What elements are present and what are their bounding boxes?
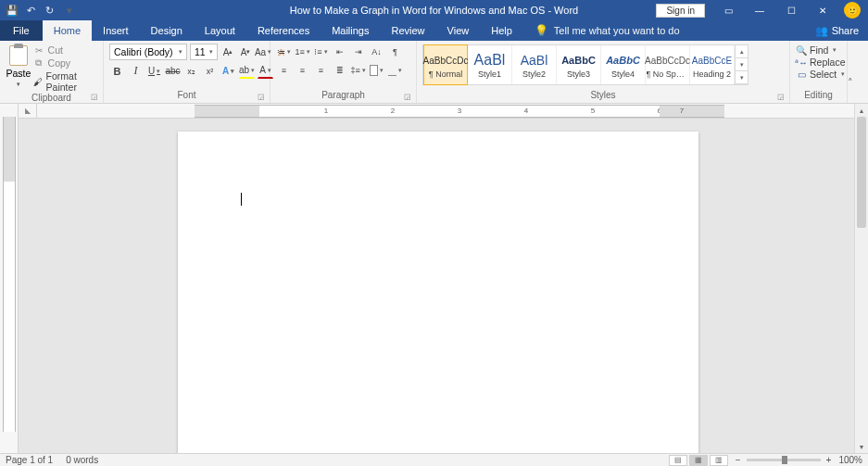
tab-home[interactable]: Home [43,20,92,41]
align-right-button[interactable]: ≡ [313,62,329,78]
tab-view[interactable]: View [436,20,481,41]
show-marks-button[interactable]: ¶ [387,44,403,59]
tab-design[interactable]: Design [140,20,194,41]
feedback-face-icon[interactable]: 🙂 [844,2,861,19]
copy-icon: ⧉ [33,57,44,69]
scroll-thumb[interactable] [857,117,866,228]
tab-review[interactable]: Review [381,20,436,41]
tab-mailings[interactable]: Mailings [321,20,380,41]
italic-button[interactable]: I [128,63,144,79]
change-case-button[interactable]: Aa▾ [256,44,270,59]
tab-help[interactable]: Help [480,20,523,41]
redo-icon[interactable]: ↻ [43,4,56,17]
line-spacing-button[interactable]: ‡≡▾ [350,62,366,78]
vertical-ruler [0,104,19,453]
share-button[interactable]: 👥 Share [815,20,868,41]
align-left-button[interactable]: ≡ [276,62,292,78]
increase-indent-button[interactable]: ⇥ [350,44,366,59]
clipboard-icon [9,45,28,66]
multilevel-list-button[interactable]: ⁝≡▾ [313,44,329,59]
web-layout-button[interactable]: ▥ [710,455,728,466]
highlight-button[interactable]: ab▾ [239,63,255,79]
sign-in-button[interactable]: Sign in [656,4,705,18]
style-normal[interactable]: AaBbCcDc ¶ Normal [423,44,468,85]
undo-icon[interactable]: ↶ [24,4,37,17]
strikethrough-button[interactable]: abc [165,63,181,79]
gallery-up-icon[interactable]: ▴ [736,45,748,58]
underline-button[interactable]: U▾ [146,63,162,79]
word-count[interactable]: 0 words [66,455,98,465]
replace-button[interactable]: ᵃ↔Replace [796,57,846,68]
paintbrush-icon: 🖌 [33,76,43,87]
maximize-button[interactable]: ☐ [777,0,805,20]
page[interactable] [178,132,698,453]
copy-button[interactable]: ⧉Copy [33,57,97,69]
cut-button[interactable]: ✂Cut [33,44,97,56]
minimize-button[interactable]: — [746,0,774,20]
tab-file[interactable]: File [0,20,43,41]
style-style3[interactable]: AaBbC Style3 [557,45,601,84]
select-button[interactable]: ▭Select▾ [796,69,846,80]
superscript-button[interactable]: x² [202,63,218,79]
style-style1[interactable]: AaBl Style1 [468,45,512,84]
font-size-combo[interactable]: 11▾ [190,44,218,60]
tab-layout[interactable]: Layout [194,20,246,41]
scroll-down-icon[interactable]: ▾ [855,440,868,453]
page-count[interactable]: Page 1 of 1 [6,455,53,465]
status-bar: Page 1 of 1 0 words ▤ ▦ ▥ − + 100% [0,453,868,466]
paste-button[interactable]: Paste ▾ [6,44,31,88]
text-effects-button[interactable]: A▾ [220,63,236,79]
zoom-slider[interactable] [747,459,821,461]
read-mode-button[interactable]: ▤ [669,455,687,466]
horizontal-ruler[interactable]: 1 2 3 4 5 6 7 [37,104,854,119]
style-style2[interactable]: AaBl Style2 [512,45,557,84]
tab-references[interactable]: References [246,20,321,41]
zoom-level[interactable]: 100% [838,455,862,465]
qat-more-icon[interactable]: ▾ [63,4,76,17]
collapse-ribbon-button[interactable]: ˄ [848,41,868,103]
title-bar: 💾 ↶ ↻ ▾ How to Make a Graph in Word for … [0,0,868,20]
styles-gallery-scroll[interactable]: ▴ ▾ ▾ [735,45,748,84]
close-button[interactable]: ✕ [809,0,837,20]
ruler-corner[interactable]: ◣ [19,104,37,119]
font-name-combo[interactable]: Calibri (Body)▾ [109,44,187,60]
gallery-down-icon[interactable]: ▾ [736,58,748,71]
subscript-button[interactable]: x₂ [183,63,199,79]
tab-insert[interactable]: Insert [92,20,140,41]
ribbon-display-options-icon[interactable]: ▭ [714,0,742,20]
bullets-button[interactable]: ≔▾ [276,44,292,59]
scroll-up-icon[interactable]: ▴ [855,104,868,117]
quick-access-toolbar: 💾 ↶ ↻ ▾ [0,4,76,17]
lightbulb-icon: 💡 [535,24,548,37]
find-button[interactable]: 🔍Find▾ [796,44,846,56]
vertical-scrollbar[interactable]: ▴ ▾ [854,104,868,453]
save-icon[interactable]: 💾 [6,4,19,17]
borders-button[interactable]: ▾ [387,62,403,78]
group-label-paragraph: Paragraph [270,90,416,103]
shrink-font-button[interactable]: A▾ [238,44,253,59]
gallery-more-icon[interactable]: ▾ [736,71,748,84]
font-launcher-icon[interactable]: ◲ [258,93,267,102]
zoom-out-button[interactable]: − [736,455,741,465]
justify-button[interactable]: ≣ [332,62,347,78]
grow-font-button[interactable]: A▴ [220,44,235,59]
decrease-indent-button[interactable]: ⇤ [332,44,347,59]
clipboard-launcher-icon[interactable]: ◲ [91,93,100,102]
paste-more-icon[interactable]: ▾ [17,81,20,88]
bold-button[interactable]: B [109,63,125,79]
styles-launcher-icon[interactable]: ◲ [777,93,786,102]
document-area[interactable] [19,119,854,453]
style-no-spacing[interactable]: AaBbCcDc ¶ No Spac... [646,45,690,84]
group-paragraph: ≔▾ 1≡▾ ⁝≡▾ ⇤ ⇥ A↓ ¶ ≡ ≡ ≡ ≣ ‡≡▾ ▾ ▾ Para… [270,41,417,103]
zoom-in-button[interactable]: + [826,455,832,465]
paragraph-launcher-icon[interactable]: ◲ [404,93,413,102]
print-layout-button[interactable]: ▦ [689,455,708,466]
sort-button[interactable]: A↓ [369,44,384,59]
numbering-button[interactable]: 1≡▾ [295,44,310,59]
tell-me-search[interactable]: 💡 Tell me what you want to do [523,20,680,41]
style-heading-2[interactable]: AaBbCcE Heading 2 [690,45,735,84]
align-center-button[interactable]: ≡ [295,62,310,78]
shading-button[interactable]: ▾ [369,62,384,78]
format-painter-button[interactable]: 🖌Format Painter [33,70,97,93]
style-style4[interactable]: AaBbC Style4 [601,45,646,84]
